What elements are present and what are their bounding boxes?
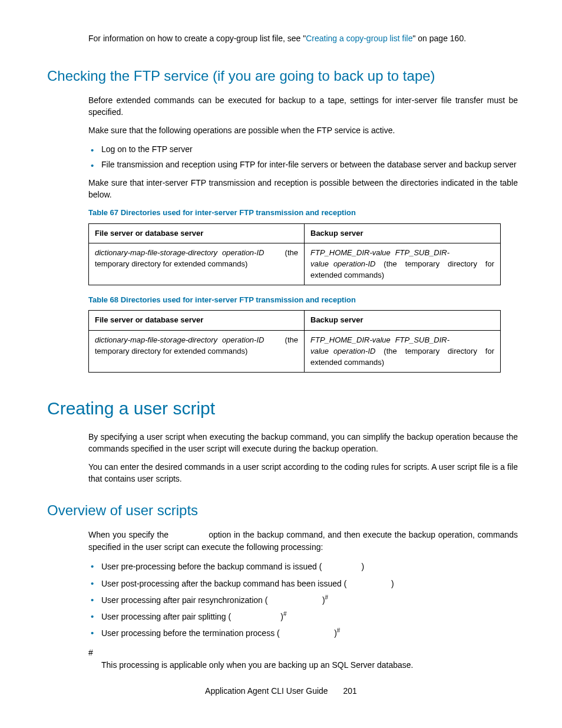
script-heading: Creating a user script [47,396,518,421]
ftp-bullet-list: Log on to the FTP server File transmissi… [88,144,518,170]
table67-c2: FTP_HOME_DIR-value\FTP_SUB_DIR-value\ope… [305,243,501,285]
b4-mono: FINISH_PROC [280,629,334,638]
list-item: User processing after pair resynchroniza… [88,594,518,607]
t67-c1-it2: operation-ID [222,248,265,257]
list-item: User processing before the termination p… [88,627,518,640]
table68-h2: Backup server [305,311,501,330]
ftp-heading: Checking the FTP service (if you are goi… [47,66,518,86]
overview-intro: When you specify the -script option in t… [88,529,518,553]
hash-explain: This processing is applicable only when … [101,660,518,671]
table67-h1: File server or database server [89,223,305,243]
t67-c2-it1: FTP_HOME_DIR-value [310,248,391,257]
ftp-para3: Make sure that inter-server FTP transmis… [88,177,518,200]
hash-label: # [88,647,518,659]
b1-pre: User post-processing after the backup co… [101,578,346,588]
table67-h2: Backup server [305,223,501,243]
b0-mono: PRE_PROC [322,562,361,572]
t68-c2-m2: \ [329,347,333,356]
b2-pre: User processing after pair resynchroniza… [101,595,267,605]
b2-sup: # [325,594,329,601]
b0-pre: User pre-processing before the backup co… [101,562,322,571]
t68-c2-it3: operation-ID [333,347,376,355]
intro-post: " on page 160. [412,34,466,43]
intro-pre: For information on how to create a copy-… [88,34,306,43]
t67-c1-mono: \ [217,249,222,258]
t68-c1-it2: operation-ID [222,335,265,344]
overview-heading: Overview of user scripts [47,500,518,521]
intro-paragraph: For information on how to create a copy-… [88,33,518,45]
t68-c1-mono: \ [217,336,222,345]
table68-c2: FTP_HOME_DIR-value\FTP_SUB_DIR-value\ope… [305,330,501,373]
b0-post: ) [362,562,365,571]
list-item: File transmission and reception using FT… [88,159,518,171]
table68-c1: dictionary-map-file-storage-directory\op… [89,330,305,373]
b3-mono: SPLIT_PROC [231,612,280,622]
table68-caption: Table 68 Directories used for inter-serv… [88,295,518,305]
script-para2: You can enter the desired commands in a … [88,462,518,485]
table68-h1: File server or database server [89,311,305,330]
ftp-para1: Before extended commands can be executed… [88,95,518,118]
table67-c1: dictionary-map-file-storage-directory\op… [89,243,305,285]
ftp-para2: Make sure that the following operations … [88,125,518,137]
overview-bullets: User pre-processing before the backup co… [88,560,518,640]
footer-title: Application Agent CLI User Guide [205,686,328,696]
b1-mono: POST_PROC [346,579,391,588]
b4-pre: User processing before the termination p… [101,628,280,638]
list-item: User processing after pair splitting (SP… [88,610,518,623]
t67-c2-m2: \ [329,260,333,269]
t67-c2-it3: operation-ID [333,259,376,268]
table67: File server or database server Backup se… [88,223,501,286]
page-number: 201 [343,686,357,696]
t67-c2-m1: \ [391,249,395,258]
b4-sup: # [337,627,340,634]
ov-mono: -script [171,531,206,540]
t68-c2-m1: \ [391,336,395,345]
list-item: Log on to the FTP server [88,144,518,156]
b2-mono: RESYNC_PROC [267,596,322,605]
table67-caption: Table 67 Directories used for inter-serv… [88,207,518,218]
script-para1: By specifying a user script when executi… [88,431,518,454]
t68-c2-it1: FTP_HOME_DIR-value [310,335,391,344]
b3-pre: User processing after pair splitting ( [101,612,231,621]
ov-pre: When you specify the [88,530,171,539]
b3-sup: # [283,611,287,617]
table68: File server or database server Backup se… [88,310,501,373]
copy-group-link[interactable]: Creating a copy-group list file [306,34,412,43]
t68-c1-it1: dictionary-map-file-storage-directory [95,335,217,344]
list-item: User post-processing after the backup co… [88,577,518,590]
t67-c1-it1: dictionary-map-file-storage-directory [95,248,217,257]
list-item: User pre-processing before the backup co… [88,560,518,573]
page-footer: Application Agent CLI User Guide 201 [0,686,562,697]
b1-post: ) [391,578,394,588]
